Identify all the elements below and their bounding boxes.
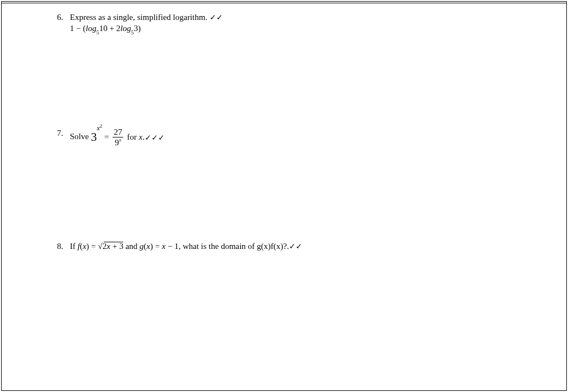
sqrt-expression: √2x + 3 [98,241,124,252]
question-text: , what is the domain of g(x)f(x)?. [179,242,289,251]
check-icon: ✓✓ [210,13,223,22]
log-word-2: log [120,24,131,33]
problem-6-prompt-line: Express as a single, simplified logarith… [70,12,546,23]
problem-6-number: 6. [54,12,70,23]
equals: = [102,133,111,141]
log1-base: 5 [97,29,99,35]
problem-6-expression: 1 − (log510 + 2log53) [70,23,546,35]
expr-prefix: 1 − ( [70,24,85,33]
for-text: for [125,133,139,141]
log1-arg: 10 + 2 [99,24,120,33]
exp-2: 2 [100,123,103,129]
content-area: 6. Express as a single, simplified logar… [54,12,546,252]
check-icon: ✓✓✓ [145,133,165,141]
problem-6-prompt: Express as a single, simplified logarith… [70,13,207,22]
and-text: and [123,242,139,251]
x-minus-1: x − 1 [162,242,179,251]
problem-7: 7. Solve 3x2 = 279x for x.✓✓✓ [54,128,546,147]
problem-6-body: Express as a single, simplified logarith… [70,12,546,35]
frac-bot: 9x [113,138,123,147]
g-func: g [140,242,144,251]
log2-arg: 3) [134,24,141,33]
log2-base: 5 [131,29,134,35]
sqrt-arg: 2x + 3 [103,242,124,251]
log-word-1: log [85,24,96,33]
sqrt-vinculum [104,242,124,242]
exponent: x2 [97,124,102,132]
radical-icon: √ [98,242,103,251]
problem-6: 6. Express as a single, simplified logar… [54,12,546,35]
problem-8-number: 8. [54,241,70,252]
top-rule [1,3,567,3]
fraction: 279x [113,128,123,147]
solve-word: Solve [70,132,91,141]
paren-x-1: (x) = [80,242,98,251]
problem-7-number: 7. [54,128,70,139]
if-text: If [70,242,78,251]
paren-x-2: (x) = [144,242,162,251]
frac-bot-exp: x [119,137,121,142]
x-var: x [139,133,143,141]
problem-8-body: If f(x) = √2x + 3 and g(x) = x − 1, what… [70,241,546,252]
base-3: 3 [91,130,97,144]
frac-top: 27 [113,128,123,138]
check-icon: ✓✓ [289,242,302,251]
problem-7-body: Solve 3x2 = 279x for x.✓✓✓ [70,128,546,147]
problem-8: 8. If f(x) = √2x + 3 and g(x) = x − 1, w… [54,241,546,252]
